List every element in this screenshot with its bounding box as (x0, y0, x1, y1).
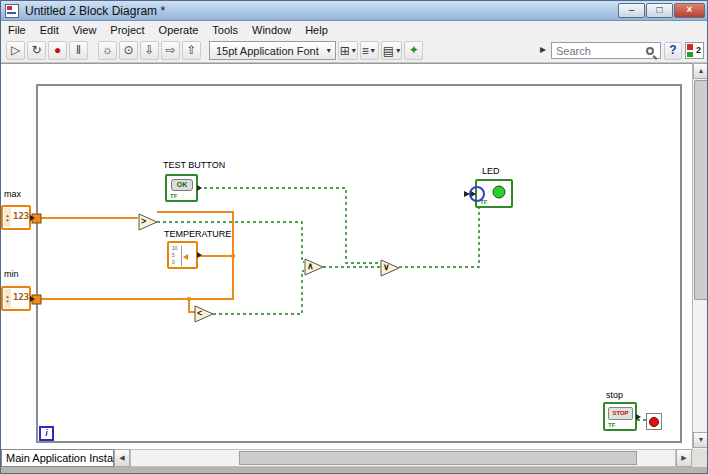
ok-button-glyph: OK (171, 179, 193, 191)
mouse-cursor-icon (464, 191, 470, 197)
greater-symbol: > (141, 216, 146, 227)
application-instance-selector[interactable]: Main Application Instance (1, 449, 114, 467)
numeric-glyph: 123 (13, 292, 29, 302)
spinner-icon: ▴▾ (4, 289, 11, 308)
test-button-terminal[interactable]: OK TF (165, 174, 198, 202)
output-arrow-icon (197, 252, 202, 258)
wire-junction (187, 297, 191, 301)
minimize-button[interactable]: – (618, 3, 645, 18)
search-box (551, 42, 661, 59)
run-continuously-button[interactable]: ↻ (27, 41, 46, 60)
horizontal-scroll-thumb[interactable] (239, 451, 637, 465)
maximize-button[interactable]: □ (646, 3, 673, 18)
scroll-right-button[interactable]: ▶ (676, 449, 692, 467)
abort-button[interactable]: ● (48, 41, 67, 60)
pane-scroll-left-button[interactable]: ◀ (114, 449, 130, 467)
clean-up-diagram-button[interactable]: ✦ (404, 41, 423, 60)
and-node[interactable]: ∧ (304, 258, 324, 276)
run-button[interactable]: ▷ (6, 41, 25, 60)
instance-badge: 2 (696, 45, 701, 55)
menu-help[interactable]: Help (298, 21, 335, 39)
toolbar: ▷ ↻ ● ‖ ☼ ⊙ ⇩ ⇨ ⇧ 15pt Application Font … (1, 39, 708, 63)
stop-sign-icon (649, 417, 659, 427)
output-arrow-icon (30, 215, 35, 221)
menu-window[interactable]: Window (245, 21, 298, 39)
test-button-label[interactable]: TEST BUTTON (163, 160, 225, 170)
mouse-cursor-highlight (469, 186, 485, 202)
step-into-button[interactable]: ⇩ (140, 41, 159, 60)
min-terminal[interactable]: ▴▾ 123 (1, 286, 31, 311)
step-over-button[interactable]: ⇨ (161, 41, 180, 60)
horizontal-scrollbar[interactable] (130, 449, 676, 467)
retain-wire-values-button[interactable]: ⊙ (119, 41, 138, 60)
menu-operate[interactable]: Operate (152, 21, 206, 39)
stop-label[interactable]: stop (606, 390, 623, 400)
wire-test-button[interactable] (198, 188, 380, 263)
reorder-icon: ▤ (383, 43, 394, 59)
led-label[interactable]: LED (482, 166, 500, 176)
slider-pointer-icon (183, 254, 188, 260)
stop-terminal[interactable]: STOP TF (603, 402, 637, 431)
loop-condition-terminal[interactable] (646, 413, 662, 430)
wire-junction (231, 254, 235, 258)
wire-less-out[interactable] (213, 271, 304, 314)
highlight-execution-button[interactable]: ☼ (98, 41, 117, 60)
temperature-label[interactable]: TEMPERATURE (164, 229, 231, 239)
and-symbol: ∧ (307, 261, 314, 272)
vertical-scrollbar[interactable]: ▲ ▼ (692, 63, 708, 449)
search-expand-button[interactable]: ▸ (538, 41, 548, 60)
search-group: ▸ ? 2 (538, 41, 704, 60)
close-button[interactable]: × (674, 3, 705, 18)
distribute-objects-icon: ≡ (362, 43, 369, 59)
less-symbol: < (197, 308, 202, 319)
chevron-down-icon: ▾ (371, 43, 375, 59)
greater-than-node[interactable]: > (138, 213, 158, 231)
labview-instance-icon[interactable]: 2 (685, 42, 704, 59)
search-icon[interactable] (646, 47, 654, 55)
tf-glyph: TF (170, 193, 177, 200)
vertical-scroll-thumb[interactable] (694, 80, 708, 300)
window-title: Untitled 2 Block Diagram * (25, 4, 165, 18)
menu-edit[interactable]: Edit (33, 21, 66, 39)
menu-tools[interactable]: Tools (205, 21, 245, 39)
iteration-terminal[interactable]: i (39, 426, 54, 441)
max-terminal[interactable]: ▴▾ 123 (1, 205, 31, 230)
output-arrow-icon (197, 185, 202, 191)
output-arrow-icon (636, 414, 641, 420)
min-label[interactable]: min (4, 269, 19, 279)
font-selector-label: 15pt Application Font (216, 45, 319, 57)
spinner-icon: ▴▾ (4, 208, 11, 227)
distribute-objects-button[interactable]: ≡ ▾ (360, 41, 379, 60)
font-selector[interactable]: 15pt Application Font ▾ (209, 41, 336, 60)
pause-button[interactable]: ‖ (69, 41, 88, 60)
scroll-up-button[interactable]: ▲ (693, 63, 708, 79)
wires-layer (1, 64, 692, 449)
less-than-node[interactable]: < (194, 305, 214, 323)
stop-button-glyph: STOP (608, 407, 633, 420)
wire-or-to-led[interactable] (399, 208, 479, 267)
reorder-button[interactable]: ▤ ▾ (381, 41, 402, 60)
titlebar: Untitled 2 Block Diagram * – □ × (1, 1, 708, 21)
numeric-glyph: 123 (13, 211, 29, 221)
step-out-button[interactable]: ⇧ (182, 41, 201, 60)
or-node[interactable]: ∨ (380, 259, 400, 277)
chevron-down-icon: ▾ (396, 43, 400, 59)
temperature-terminal[interactable]: 10 5 0 (167, 241, 198, 269)
max-label[interactable]: max (4, 189, 21, 199)
scroll-down-button[interactable]: ▼ (693, 432, 708, 448)
app-icon (5, 4, 19, 18)
led-icon (492, 185, 506, 199)
output-arrow-icon (30, 296, 35, 302)
block-diagram-canvas[interactable]: max min TEST BUTTON TEMPERATURE LED stop… (1, 63, 692, 449)
align-objects-icon: ⊞ (340, 43, 350, 59)
scrollbar-corner (692, 449, 708, 467)
menu-project[interactable]: Project (103, 21, 151, 39)
menu-view[interactable]: View (66, 21, 104, 39)
search-input[interactable] (556, 45, 646, 57)
chevron-down-icon: ▾ (352, 43, 356, 59)
or-symbol: ∨ (383, 262, 390, 273)
caption-buttons: – □ × (618, 3, 705, 18)
help-button[interactable]: ? (664, 42, 682, 60)
align-objects-button[interactable]: ⊞ ▾ (338, 41, 358, 60)
menu-file[interactable]: File (1, 21, 33, 39)
